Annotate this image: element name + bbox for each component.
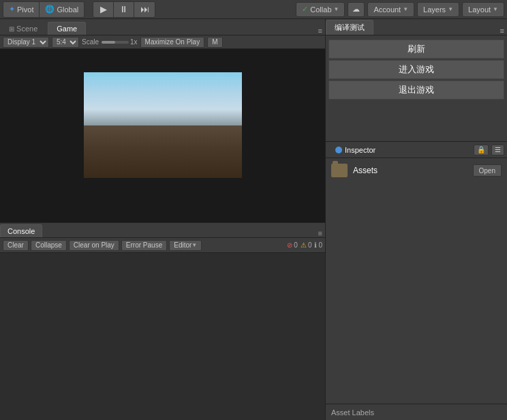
exit-game-menu-item[interactable]: 退出游戏 [328,80,504,100]
console-tab-label: Console [7,227,35,235]
scale-value: 1x [130,38,138,46]
right-panel: 编译测试 ≡ 刷新 进入游戏 退出游戏 Inspector [325,19,507,420]
clear-on-play-label: Clear on Play [74,241,114,249]
play-icon: ▶ [100,4,107,14]
info-log[interactable]: ℹ 0 [314,241,322,249]
warning-log[interactable]: ⚠ 0 [301,241,312,249]
pivot-global-group: ✦ Pivot 🌐 Global [3,1,84,18]
game-tab-label: Game [57,25,77,33]
display-select[interactable]: Display 1 [3,37,49,48]
global-label: Global [57,5,78,14]
info-icon: ℹ [314,241,317,249]
clear-label: Clear [7,241,24,249]
mute-btn[interactable]: M [207,37,222,48]
editor-label: Editor [174,241,191,249]
exit-game-label: 退出游戏 [399,84,434,96]
account-arrow: ▼ [403,6,408,12]
console-content [0,253,325,420]
scale-slider[interactable]: 1x [102,38,138,46]
global-button[interactable]: 🌐 Global [40,2,84,17]
account-label: Account [373,5,401,14]
layout-button[interactable]: Layout ▼ [462,2,504,17]
mute-label: M [212,38,217,46]
refresh-menu-item[interactable]: 刷新 [328,40,504,59]
error-icon: ⊘ [287,241,292,249]
folder-icon [331,164,348,177]
enter-game-label: 进入游戏 [399,63,434,76]
scene-tab[interactable]: ⊞ Scene [0,22,46,35]
game-tab[interactable]: Game [48,22,86,35]
enter-game-menu-item[interactable]: 进入游戏 [328,60,504,79]
pivot-icon: ✦ [9,5,15,14]
inspector-lock-button[interactable]: 🔒 [474,145,489,155]
warning-count: 0 [308,241,312,249]
assets-header: Assets Open [331,164,502,177]
layers-label: Layers [423,5,446,14]
layout-label: Layout [468,5,491,14]
inspector-tab-label: Inspector [345,146,375,154]
cloud-button[interactable]: ☁ [348,2,365,17]
pivot-label: Pivot [17,5,33,14]
log-icons: ⊘ 0 ⚠ 0 ℹ 0 [287,241,322,249]
clear-button[interactable]: Clear [3,240,29,251]
maximize-label: Maximize On Play [145,38,200,46]
top-toolbar: ✦ Pivot 🌐 Global ▶ ⏸ ⏭ ✓ Collab ▼ ☁ Acco… [0,0,507,19]
play-button[interactable]: ▶ [93,2,114,17]
pause-icon: ⏸ [119,4,128,14]
error-pause-button[interactable]: Error Pause [121,240,167,251]
error-count: 0 [294,241,298,249]
main-layout: ⊞ Scene Game ≡ Display 1 5:4 Scale [0,19,507,420]
left-panel: ⊞ Scene Game ≡ Display 1 5:4 Scale [0,19,325,420]
inspector-tab-bar: Inspector 🔒 ☰ [326,142,507,158]
sky [84,72,242,125]
collab-label: Collab [310,5,331,14]
compile-tab[interactable]: 编译测试 [326,20,373,35]
open-button[interactable]: Open [473,164,502,177]
collab-button[interactable]: ✓ Collab ▼ [296,2,345,17]
console-tab-bar: Console ≡ [0,223,325,238]
open-label: Open [479,167,495,175]
layers-arrow: ▼ [448,6,453,12]
inspector-tab-extras: 🔒 ☰ [474,145,504,155]
scene-icon: ⊞ [9,25,14,33]
warning-icon: ⚠ [301,241,307,249]
layout-arrow: ▼ [493,6,498,12]
pause-button[interactable]: ⏸ [114,2,134,17]
clear-on-play-button[interactable]: Clear on Play [69,240,119,251]
menu-panel: 刷新 进入游戏 退出游戏 [326,35,507,141]
game-toolbar: Display 1 5:4 Scale 1x Maximize On Play … [0,35,325,49]
step-button[interactable]: ⏭ [134,2,155,17]
assets-area: Assets Open [326,158,507,404]
asset-labels-text: Asset Labels [331,408,374,417]
console-panel: Console ≡ Clear Collapse Clear on Play E… [0,222,325,420]
error-log[interactable]: ⊘ 0 [287,241,298,249]
pivot-button[interactable]: ✦ Pivot [3,2,40,17]
account-button[interactable]: Account ▼ [367,2,414,17]
scene-tab-label: Scene [16,25,37,33]
maximize-on-play-btn[interactable]: Maximize On Play [140,37,205,48]
collapse-button[interactable]: Collapse [31,240,67,251]
inspector-menu-button[interactable]: ☰ [491,145,504,155]
editor-button[interactable]: Editor ▼ [169,240,202,251]
lock-icon: 🔒 [477,146,485,153]
console-tab-extras: ≡ [318,229,325,237]
play-controls: ▶ ⏸ ⏭ [93,1,155,18]
scene-game-tab-bar: ⊞ Scene Game ≡ [0,19,325,35]
collapse-label: Collapse [35,241,62,249]
layers-button[interactable]: Layers ▼ [417,2,459,17]
collab-arrow: ▼ [334,6,339,12]
editor-arrow: ▼ [191,242,197,248]
extras-icon: ≡ [318,27,322,35]
assets-label: Assets [353,166,378,175]
collab-check-icon: ✓ [302,5,308,14]
aspect-select[interactable]: 5:4 [52,37,79,48]
inspector-icon [335,147,342,153]
compile-extras-icon: ≡ [500,27,504,35]
compile-tab-extras: ≡ [500,27,507,35]
console-tab[interactable]: Console [0,224,42,237]
compile-tab-bar: 编译测试 ≡ [326,19,507,35]
console-extras-icon: ≡ [318,229,322,237]
refresh-label: 刷新 [408,43,425,55]
step-icon: ⏭ [140,4,149,14]
inspector-tab[interactable]: Inspector [328,144,382,156]
